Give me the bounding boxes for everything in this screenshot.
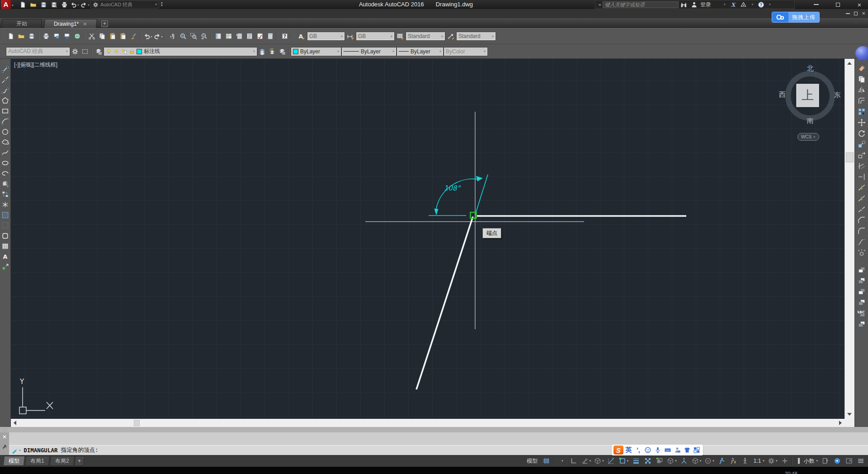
drawn-line-diagonal[interactable] — [416, 217, 473, 389]
lineweight-toggle[interactable]: ▾ — [630, 456, 642, 466]
help-button[interactable] — [758, 0, 764, 9]
selection-cycling-toggle[interactable]: ▾ — [654, 456, 665, 466]
table-style-combo[interactable]: Standard▾ — [406, 32, 445, 41]
object-snap-tracking-toggle[interactable]: ▾ — [606, 456, 617, 466]
viewport-label[interactable]: [-][俯视][二维线框] — [14, 61, 57, 69]
table-icon[interactable] — [1, 242, 10, 251]
ime-lang-button[interactable]: 英 — [624, 446, 633, 455]
rectangle-icon[interactable] — [1, 106, 10, 115]
mirror-icon[interactable] — [857, 85, 867, 95]
viewcube-west-label[interactable]: 西 — [775, 90, 789, 99]
redo-icon[interactable]: ▾ — [153, 31, 163, 42]
send-to-back-icon[interactable] — [857, 276, 867, 285]
help-icon[interactable]: ▾ — [280, 31, 290, 42]
qat-customize-button[interactable]: ▾▾ — [161, 2, 163, 6]
line-icon[interactable] — [1, 65, 10, 74]
restore-button[interactable] — [832, 1, 844, 8]
command-close-icon[interactable]: ✕ — [2, 434, 7, 440]
command-customize-icon[interactable] — [2, 444, 8, 450]
layer-color-swatch[interactable] — [137, 49, 142, 54]
send-under-icon[interactable] — [857, 298, 867, 307]
menu-item[interactable] — [108, 9, 117, 18]
make-block-icon[interactable] — [1, 190, 10, 199]
menu-item[interactable] — [68, 9, 76, 18]
object-snap-toggle[interactable]: ▾ — [618, 456, 630, 466]
zoom-realtime-icon[interactable]: ▾ — [178, 31, 188, 42]
scroll-up-icon[interactable] — [847, 62, 852, 65]
extend-icon[interactable] — [857, 172, 867, 181]
redo-button[interactable]: ▾ — [80, 0, 90, 9]
publish-icon[interactable]: ▾ — [62, 31, 72, 42]
command-history[interactable] — [9, 432, 868, 445]
layer-lock-icon[interactable] — [129, 48, 135, 54]
menu-item[interactable] — [27, 9, 35, 18]
search-button[interactable] — [680, 0, 687, 9]
ime-emoji-button[interactable] — [644, 446, 653, 455]
workspace-combo[interactable]: AutoCAD 经典▾ — [6, 47, 70, 56]
plot-icon[interactable]: ▾ — [41, 31, 51, 42]
offset-icon[interactable] — [857, 96, 867, 105]
ime-mic-button[interactable] — [653, 446, 662, 455]
toolbar-grip[interactable] — [859, 261, 865, 264]
viewcube-wcs-button[interactable]: WCS▼ — [797, 133, 819, 141]
join-icon[interactable] — [857, 204, 867, 214]
ime-skin-button[interactable] — [673, 446, 682, 455]
zoom-window-icon[interactable]: ▾ — [189, 31, 198, 42]
customization-button[interactable]: ▾ — [855, 456, 866, 466]
save-as-button[interactable]: ▾ — [49, 0, 58, 9]
search-collapse-icon[interactable]: ◄ — [598, 3, 601, 7]
viewcube-south-label[interactable]: 南 — [803, 117, 817, 125]
ime-punctuation-button[interactable]: ’, — [634, 446, 643, 455]
layout-tab-model[interactable]: 模型 — [3, 456, 25, 466]
units-button[interactable]: 小数▾ — [794, 456, 819, 466]
layer-states-icon[interactable] — [257, 46, 267, 57]
layer-isolate-icon[interactable] — [277, 46, 287, 57]
layer-properties-icon[interactable] — [94, 46, 104, 57]
menu-item[interactable] — [43, 9, 52, 18]
tab-close-icon[interactable]: ✕ — [83, 21, 87, 27]
clean-screen-rect-icon[interactable] — [80, 46, 90, 57]
fillet-icon[interactable] — [857, 226, 867, 236]
fullscreen-button[interactable]: ▾ — [843, 456, 854, 466]
menu-item[interactable] — [100, 9, 108, 18]
lineweight-combo[interactable]: ByLayer▾ — [396, 47, 443, 56]
ellipse-icon[interactable] — [1, 158, 10, 167]
arc-icon[interactable] — [1, 117, 10, 126]
layer-previous-icon[interactable] — [267, 46, 277, 57]
text-style-combo[interactable]: GB▾ — [307, 32, 345, 41]
mleader-style-icon[interactable] — [445, 31, 456, 42]
ime-keyboard-button[interactable] — [663, 446, 672, 455]
construction-line-icon[interactable] — [1, 75, 10, 84]
mleader-style-combo[interactable]: Standard▾ — [456, 32, 496, 41]
toolbar-grip[interactable] — [292, 31, 295, 41]
scale-button[interactable]: 1:1▾ — [751, 456, 766, 466]
bring-above-icon[interactable] — [857, 287, 867, 296]
command-window-grip[interactable] — [0, 427, 868, 432]
menu-item[interactable] — [60, 9, 68, 18]
horizontal-scroll-thumb[interactable] — [134, 420, 140, 426]
break-at-point-icon[interactable] — [857, 183, 867, 192]
array-icon[interactable] — [857, 107, 867, 116]
tool-palettes-icon[interactable]: ▾ — [234, 31, 244, 42]
layout-tab-add[interactable]: + — [74, 456, 85, 466]
exchange-apps-icon[interactable] — [730, 0, 736, 9]
drag-upload-button[interactable]: 拖拽上传 — [772, 12, 820, 23]
toolbar-grip[interactable] — [2, 61, 9, 63]
chevron-down-icon[interactable]: ▾ — [724, 3, 726, 6]
new-tab-button[interactable]: + — [101, 20, 108, 27]
grid-display-toggle[interactable]: ▾ — [540, 456, 552, 466]
mdi-minimize-icon[interactable] — [846, 13, 850, 14]
rotate-icon[interactable] — [857, 128, 867, 138]
layer-on-icon[interactable] — [106, 48, 112, 54]
copy-object-icon[interactable] — [857, 74, 867, 84]
signin-user-icon[interactable] — [691, 0, 698, 9]
sheetset-icon[interactable]: ▾ — [245, 31, 255, 42]
menu-item[interactable] — [35, 9, 43, 18]
chevron-down-icon[interactable]: ▾ — [19, 449, 21, 452]
mdi-restore-icon[interactable] — [854, 12, 858, 15]
dynamic-input-toggle[interactable]: ▾ — [690, 456, 703, 466]
dim-style-combo[interactable]: GB▾ — [356, 32, 395, 41]
sogou-logo[interactable]: S — [613, 446, 623, 455]
viewcube-top-face[interactable]: 上 — [796, 84, 819, 107]
logo-chevron-icon[interactable]: ▾ — [12, 4, 14, 7]
